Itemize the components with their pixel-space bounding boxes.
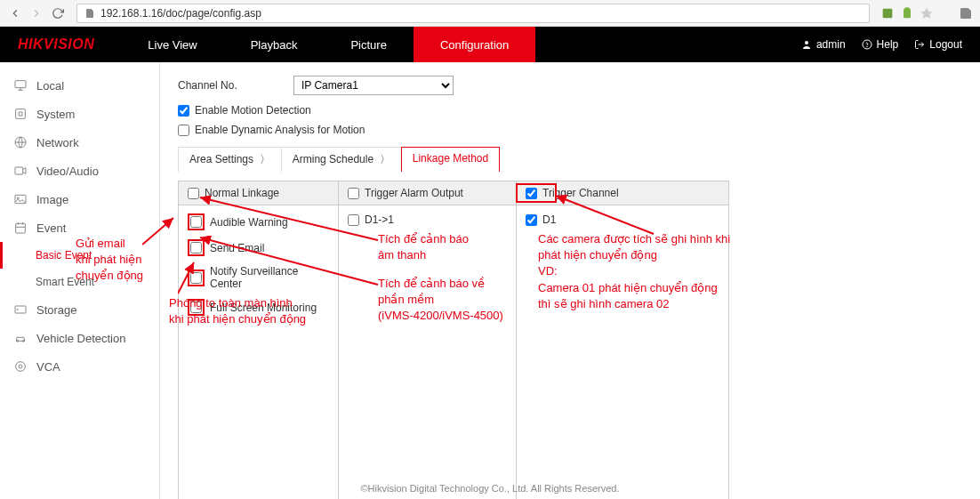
- checkbox-notify[interactable]: [190, 272, 202, 284]
- linkage-table: Normal Linkage Trigger Alarm Output Trig…: [178, 181, 729, 499]
- checkbox-col-normal[interactable]: [188, 188, 199, 199]
- checkbox-full-screen[interactable]: [190, 302, 202, 313]
- nav-configuration[interactable]: Configuration: [414, 27, 535, 62]
- main: Local System Network Video/Audio Image E…: [0, 62, 980, 499]
- android-icon[interactable]: [900, 6, 914, 20]
- forward-icon[interactable]: [28, 5, 44, 21]
- svg-point-16: [19, 365, 22, 368]
- download-icon[interactable]: [939, 6, 953, 20]
- checkbox-audible[interactable]: [190, 216, 202, 228]
- sidebar-storage[interactable]: Storage: [0, 295, 159, 324]
- sidebar-vca[interactable]: VCA: [0, 352, 159, 381]
- sidebar: Local System Network Video/Audio Image E…: [0, 62, 160, 499]
- label-channel-no: Channel No.: [178, 79, 293, 92]
- extension-icons: [880, 6, 973, 20]
- opt-send-email: Send Email: [179, 235, 338, 261]
- col-trigger-alarm: Trigger Alarm Output: [339, 181, 517, 205]
- svg-rect-11: [16, 223, 26, 233]
- logo: HIKVISION: [0, 36, 121, 52]
- checkbox-col-alarm[interactable]: [348, 188, 359, 199]
- checkbox-enable-motion[interactable]: [178, 105, 189, 117]
- svg-rect-6: [16, 109, 26, 119]
- col-alarm-body: D1->1: [339, 205, 517, 499]
- row-channel: Channel No. IP Camera1: [178, 76, 962, 95]
- help-link[interactable]: Help: [862, 38, 899, 51]
- sidebar-local[interactable]: Local: [0, 71, 159, 100]
- user-icon: [801, 39, 812, 50]
- sidebar-smart-event[interactable]: Smart Event: [0, 269, 159, 295]
- svg-point-17: [16, 362, 26, 372]
- save-icon[interactable]: [959, 6, 973, 20]
- event-icon: [13, 221, 28, 235]
- logout-label: Logout: [929, 38, 962, 51]
- top-nav: HIKVISION Live View Playback Picture Con…: [0, 27, 980, 62]
- logout-link[interactable]: Logout: [914, 38, 962, 51]
- tab-arming-schedule[interactable]: Arming Schedule 〉: [281, 147, 402, 172]
- url-bar[interactable]: 192.168.1.16/doc/page/config.asp: [76, 4, 870, 23]
- checkbox-col-channel[interactable]: [526, 188, 537, 199]
- sidebar-video-audio[interactable]: Video/Audio: [0, 157, 159, 185]
- nav-playback[interactable]: Playback: [224, 27, 325, 62]
- svg-point-3: [863, 40, 872, 49]
- tabs: Area Settings 〉 Arming Schedule 〉 Linkag…: [178, 147, 962, 172]
- sidebar-network[interactable]: Network: [0, 128, 159, 157]
- svg-point-13: [17, 309, 18, 310]
- svg-point-2: [805, 41, 808, 44]
- video-icon: [13, 164, 28, 178]
- storage-icon: [13, 302, 28, 317]
- col-normal-linkage: Normal Linkage: [179, 181, 339, 205]
- col-trigger-channel: Trigger Channel: [517, 181, 728, 205]
- vca-icon: [13, 359, 28, 374]
- sidebar-system[interactable]: System: [0, 100, 159, 128]
- help-icon: [862, 39, 872, 50]
- opt-audible: Audible Warning: [179, 209, 338, 235]
- vehicle-icon: [13, 331, 28, 345]
- sidebar-vehicle-detection[interactable]: Vehicle Detection: [0, 324, 159, 352]
- tab-area-settings[interactable]: Area Settings 〉: [178, 147, 282, 172]
- sidebar-image[interactable]: Image: [0, 185, 159, 213]
- network-icon: [13, 135, 28, 149]
- opt-d1-1: D1->1: [339, 209, 516, 230]
- checkbox-enable-dynamic[interactable]: [178, 125, 189, 136]
- sidebar-event[interactable]: Event: [0, 213, 159, 242]
- checkbox-send-email[interactable]: [190, 242, 202, 254]
- url-text: 192.168.1.16/doc/page/config.asp: [100, 7, 261, 20]
- content: Channel No. IP Camera1 Enable Motion Det…: [160, 62, 980, 499]
- monitor-icon: [13, 78, 28, 93]
- ext-icon-1[interactable]: [880, 6, 895, 20]
- row-enable-motion: Enable Motion Detection: [178, 104, 962, 117]
- svg-rect-5: [15, 81, 26, 88]
- help-label: Help: [877, 38, 899, 51]
- admin-label: admin: [816, 38, 846, 51]
- opt-full-screen: Full Screen Monitoring: [179, 294, 338, 320]
- svg-rect-0: [883, 8, 893, 18]
- user-admin[interactable]: admin: [801, 38, 846, 51]
- linkage-table-head: Normal Linkage Trigger Alarm Output Trig…: [179, 181, 728, 205]
- image-icon: [13, 192, 28, 206]
- checkbox-d1[interactable]: [526, 214, 537, 226]
- nav-live-view[interactable]: Live View: [121, 27, 223, 62]
- opt-notify: Notify Surveillance Center: [179, 261, 338, 294]
- select-channel[interactable]: IP Camera1: [293, 76, 454, 95]
- sidebar-basic-event[interactable]: Basic Event: [0, 242, 159, 269]
- star-icon[interactable]: [920, 6, 934, 20]
- col-channel-body: D1: [517, 205, 728, 499]
- back-icon[interactable]: [7, 5, 23, 21]
- checkbox-d1-1[interactable]: [348, 214, 359, 226]
- row-enable-dynamic: Enable Dynamic Analysis for Motion: [178, 124, 962, 136]
- svg-rect-8: [15, 167, 23, 174]
- opt-d1: D1: [517, 209, 728, 230]
- linkage-table-body: Audible Warning Send Email Notify Survei…: [179, 205, 728, 499]
- tab-linkage-method[interactable]: Linkage Method: [401, 147, 500, 172]
- browser-bar: 192.168.1.16/doc/page/config.asp: [0, 0, 980, 27]
- svg-point-4: [866, 46, 867, 47]
- nav-picture[interactable]: Picture: [324, 27, 413, 62]
- top-nav-right: admin Help Logout: [801, 38, 980, 51]
- footer: ©Hikvision Digital Technology Co., Ltd. …: [0, 483, 980, 494]
- reload-icon[interactable]: [50, 5, 66, 21]
- label-enable-dynamic: Enable Dynamic Analysis for Motion: [195, 124, 365, 136]
- label-enable-motion: Enable Motion Detection: [195, 104, 311, 117]
- logout-icon: [914, 39, 925, 50]
- system-icon: [13, 107, 28, 121]
- svg-marker-1: [920, 7, 932, 19]
